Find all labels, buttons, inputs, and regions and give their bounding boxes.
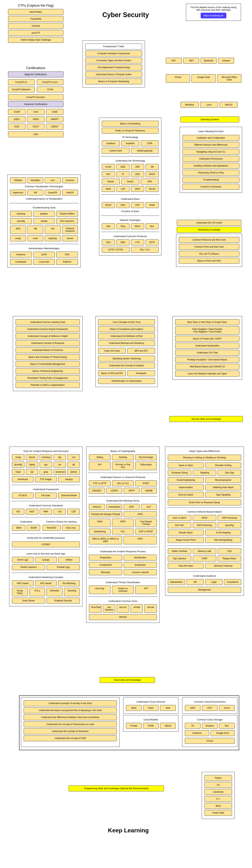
ct-item[interactable]: WPS [123,536,157,545]
hard-item[interactable]: Group Policy [12,588,28,596]
irp-item[interactable]: Lessons Learned [123,569,157,575]
virt-item[interactable]: HostOS [62,190,78,195]
log-item[interactable]: Packet Captures [12,564,45,570]
common-item[interactable]: urlscan [144,604,157,613]
lolbas[interactable]: LOLBAS [12,541,80,547]
irp-item[interactable]: Eradication [123,562,157,568]
net-attack[interactable]: DNS Poisoning [193,522,216,528]
other-attack[interactable]: CSRF [193,556,216,561]
term-item[interactable]: ARP [131,164,144,170]
inc-tool[interactable]: dig [53,454,66,460]
team-item[interactable]: Basics of Threat Intel, OSINT [175,336,239,342]
ip-item[interactable]: localhost [102,141,120,146]
tt-item[interactable]: ping [10,225,26,234]
net-attack[interactable]: Deauth Attack [168,530,204,535]
proto-item[interactable]: RDP [116,240,130,245]
attack-item[interactable]: Drive by Attack [168,492,204,498]
st-item[interactable]: S3 [185,723,201,729]
tt-item[interactable]: dig [28,225,43,234]
term-item[interactable]: VM [146,164,159,170]
distro-item[interactable]: ParrotOS [42,525,60,531]
std-item[interactable]: NIST [26,509,38,515]
inc-tool[interactable]: nslookup [40,454,52,460]
team-item[interactable]: Blue Team vs Red Team vs Purple Team [175,319,239,325]
cloud-concept[interactable]: Understand the concept of Infrastructure… [24,721,117,727]
os-type[interactable]: Windows [180,102,199,108]
fund-item[interactable]: Basics of Computer Networking [85,79,142,84]
auth-item[interactable]: Local Auth [33,259,55,265]
virt-tool[interactable]: VMWare [10,177,26,183]
inc-tool[interactable]: curl [67,454,80,460]
log-item[interactable]: Firewall Logs [46,564,80,570]
crypto-item[interactable]: Salting [89,454,111,460]
model-item[interactable]: Hybrid [160,723,176,729]
net-item[interactable]: Common Protocols and their Uses [179,237,239,243]
zt-item[interactable]: Authentication vs Authorization [98,378,155,384]
crypto-item[interactable]: Hashing [112,454,134,460]
inc-tool[interactable]: wireshark [53,469,66,475]
crypto-item[interactable]: PKI [89,462,111,470]
os-type[interactable]: Linux [200,102,218,108]
fund-item[interactable]: Computer Hardware Components [85,51,142,56]
ct-item[interactable]: NIDS [89,519,111,527]
ip-item[interactable]: subnet mask [102,148,130,154]
attack-item[interactable]: Typo Squatting [205,492,241,498]
net-title[interactable]: Networking Knowledge [177,227,241,232]
crypto-item[interactable]: Obfuscation [135,462,157,470]
term-item[interactable]: DHCP [146,171,159,177]
term-item[interactable]: NAT [102,171,115,177]
cloud-concept[interactable]: Understand concepts of security in the c… [24,701,117,706]
common-item[interactable]: Joe Sandbox [103,604,115,613]
topo-item[interactable]: Star [102,223,115,229]
cta-button[interactable]: https://roadmap.sh [201,13,226,19]
term-item[interactable]: VPN [141,179,159,185]
cert-item[interactable]: CISA [27,109,44,115]
ct-item[interactable]: Sandboxing [89,529,111,534]
std-item[interactable]: CSF [67,509,80,515]
cloud-concept[interactable]: Understand the concept of CDN [24,735,117,741]
ctf-item[interactable]: picoCTF [8,30,64,36]
sec-item[interactable]: S/MIME [141,488,157,494]
os-learn-item[interactable]: Understand Permissions [182,156,239,162]
conn-item[interactable]: NFC [166,58,182,64]
tt-item[interactable]: tracert [62,236,78,241]
attack-item[interactable]: Impersonation [168,485,204,490]
cert-item[interactable]: CompTIA Security+ [8,94,64,100]
prog-title[interactable]: Programming Skills and Knowledge (Option… [69,785,164,792]
topo-item[interactable]: Mesh [131,223,144,229]
cert-item[interactable]: CISSP [8,109,26,115]
suite-item[interactable]: iCloud [166,74,190,83]
net-attack[interactable]: DoS vs DDoS [168,515,191,521]
hack-item[interactable]: Understand Basics of Forensics [15,347,80,353]
ctf-item[interactable]: TryHackMe [8,16,64,22]
cloud-concept[interactable]: Understand the differences between cloud… [24,714,117,720]
ct-item[interactable]: WPA vs WPA2 vs WPA3 vs WEP [89,536,122,545]
net-osi[interactable]: Understand the OSI model [177,220,241,226]
cert-item[interactable]: CompTIA Network+ [8,87,35,92]
inc-tool[interactable]: tail [26,469,38,475]
ip-item[interactable]: default gateway [131,148,159,154]
term-item[interactable]: MAN [102,186,115,192]
inc-tool[interactable]: dd [67,462,80,468]
threat-item[interactable]: APT [135,586,157,594]
auth-item[interactable]: Certificates [10,259,32,265]
aud-item[interactable]: Stakeholders [168,579,185,585]
team-item[interactable]: Learn how Malware Operates and Types [175,371,239,377]
hack-item[interactable]: Understand Common Hacking Tools [15,319,80,325]
auth-item[interactable]: SSO [56,252,78,257]
subnet-basics[interactable]: Basics of Subnetting [102,121,159,127]
these-item[interactable]: DNS [116,202,130,208]
security-title[interactable]: Security Skills and Knowledge [170,416,243,422]
hard-item[interactable]: NAC-based [35,580,57,586]
hard-item[interactable]: Sinkholes [46,588,63,596]
sec-item[interactable]: DNSSEC [89,488,105,494]
und-item[interactable]: SIEM [12,525,25,531]
net-attack[interactable]: Rogue Access Point [168,537,204,543]
ct-item[interactable]: Antimalware [106,504,122,510]
inc-tool[interactable]: grep [40,469,52,475]
os-type[interactable]: MacOS [220,102,238,108]
zt-item[interactable]: MFA and 2FA [127,348,155,354]
hard-item[interactable]: Port Blocking [58,580,80,586]
ip-item[interactable]: CIDR [141,141,159,146]
tt-item[interactable]: route [28,236,43,241]
